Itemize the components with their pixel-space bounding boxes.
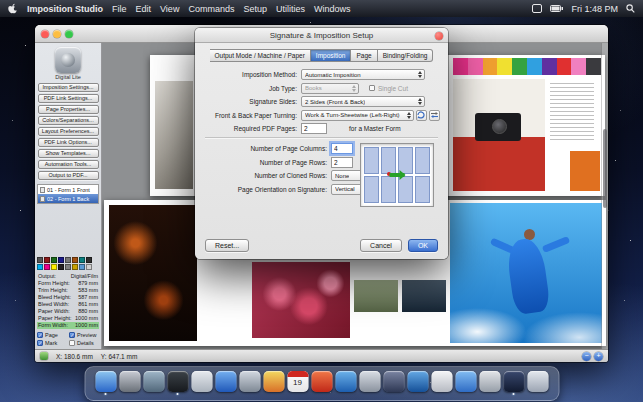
- view-toggle[interactable]: Page: [37, 332, 67, 338]
- color-swatch[interactable]: [44, 264, 50, 270]
- menu-app-name[interactable]: Imposition Studio: [27, 4, 103, 14]
- color-swatch[interactable]: [86, 264, 92, 270]
- dialog-titlebar[interactable]: Signature & Imposition Setup: [195, 28, 448, 43]
- color-swatch[interactable]: [79, 264, 85, 270]
- info-line: Output:Digital/Film: [37, 273, 99, 280]
- menu-item[interactable]: Windows: [314, 4, 351, 14]
- scrollbar-thumb[interactable]: [603, 129, 607, 209]
- page-columns-input[interactable]: [331, 143, 353, 154]
- info-line: Bleed Width:861 mm: [37, 301, 99, 308]
- dock-icon[interactable]: [503, 371, 524, 392]
- dialog-tab[interactable]: Output Mode / Machine / Paper: [210, 49, 311, 62]
- sidebar-button[interactable]: Output to PDF...: [38, 171, 99, 180]
- dock-icon[interactable]: [335, 371, 356, 392]
- menu-item[interactable]: Utilities: [276, 4, 305, 14]
- checkbox-icon[interactable]: [37, 340, 43, 346]
- job-type-label: Job Type:: [203, 85, 301, 92]
- minimize-window-button[interactable]: [53, 30, 61, 38]
- menu-clock[interactable]: Fri 1:48 PM: [571, 4, 618, 14]
- imposition-method-select[interactable]: Automatic Imposition: [301, 69, 425, 80]
- dock-icon[interactable]: [407, 371, 428, 392]
- sidebar: Digital Lite Imposition Settings...PDF L…: [35, 43, 102, 349]
- sidebar-button[interactable]: Colors/Separations...: [38, 116, 99, 125]
- page-rows-input[interactable]: [331, 157, 353, 168]
- color-swatch[interactable]: [51, 257, 57, 263]
- sidebar-button[interactable]: Imposition Settings...: [38, 83, 99, 92]
- dock-icon[interactable]: [383, 371, 404, 392]
- single-cut-checkbox[interactable]: [369, 85, 375, 91]
- checkbox-icon[interactable]: [37, 332, 43, 338]
- vertical-scrollbar[interactable]: [601, 43, 608, 349]
- dock-icon[interactable]: 19: [287, 371, 308, 392]
- dock-icon[interactable]: [527, 371, 548, 392]
- sidebar-button[interactable]: Page Properties...: [38, 105, 99, 114]
- dialog-tab[interactable]: Binding/Folding: [378, 49, 434, 62]
- dock-icon[interactable]: [167, 371, 188, 392]
- sidebar-button[interactable]: Layout Preferences...: [38, 127, 99, 136]
- spotlight-icon[interactable]: [626, 4, 635, 13]
- dock-icon[interactable]: [143, 371, 164, 392]
- checkbox-icon[interactable]: [69, 332, 75, 338]
- color-swatch[interactable]: [79, 257, 85, 263]
- color-swatch[interactable]: [72, 264, 78, 270]
- required-pdf-pages-input[interactable]: [301, 123, 327, 134]
- color-swatch[interactable]: [58, 257, 64, 263]
- menu-item[interactable]: Commands: [188, 4, 234, 14]
- menu-item[interactable]: View: [160, 4, 179, 14]
- color-swatch[interactable]: [65, 264, 71, 270]
- close-window-button[interactable]: [41, 30, 49, 38]
- view-toggle[interactable]: Details: [69, 340, 99, 346]
- turn-preview-button[interactable]: [416, 110, 427, 121]
- dock-icon[interactable]: [215, 371, 236, 392]
- dock-icon[interactable]: [359, 371, 380, 392]
- view-toggle[interactable]: Preview: [69, 332, 99, 338]
- menu-item[interactable]: Setup: [243, 4, 267, 14]
- dock-icon[interactable]: [479, 371, 500, 392]
- menu-item[interactable]: File: [112, 4, 127, 14]
- ok-button[interactable]: OK: [408, 239, 438, 252]
- checkbox-icon[interactable]: [69, 340, 75, 346]
- color-swatch[interactable]: [65, 257, 71, 263]
- dock-item: [335, 371, 356, 395]
- sidebar-button[interactable]: Show Templates...: [38, 149, 99, 158]
- dock-icon[interactable]: [455, 371, 476, 392]
- dialog-tab[interactable]: Imposition: [311, 49, 352, 62]
- dock-icon[interactable]: [95, 371, 116, 392]
- zoom-in-button[interactable]: +: [594, 352, 603, 361]
- color-swatch[interactable]: [51, 264, 57, 270]
- input-source-menu-icon[interactable]: [532, 4, 542, 13]
- sidebar-button[interactable]: PDF Link Settings...: [38, 94, 99, 103]
- view-toggle[interactable]: Mark: [37, 340, 67, 346]
- sidebar-button[interactable]: PDF Link Options...: [38, 138, 99, 147]
- dock-icon[interactable]: [119, 371, 140, 392]
- menu-item[interactable]: Edit: [136, 4, 152, 14]
- turn-direction-button[interactable]: [429, 110, 440, 121]
- color-swatch[interactable]: [44, 257, 50, 263]
- dock-icon[interactable]: [311, 371, 332, 392]
- color-swatch[interactable]: [58, 264, 64, 270]
- dock-icon[interactable]: [431, 371, 452, 392]
- dock-icon[interactable]: [191, 371, 212, 392]
- info-line: Form Width:1000 mm: [37, 322, 99, 329]
- dialog-close-button[interactable]: [435, 32, 443, 40]
- dialog-tab[interactable]: Page: [351, 49, 377, 62]
- job-type-select[interactable]: Books: [301, 83, 359, 94]
- color-swatch[interactable]: [37, 257, 43, 263]
- signature-sides-select[interactable]: 2 Sides (Front & Back): [301, 96, 425, 107]
- reset-button[interactable]: Reset...: [205, 239, 249, 252]
- form-list-item[interactable]: 01 - Form 1 Front: [38, 185, 98, 194]
- cancel-button[interactable]: Cancel: [360, 239, 402, 252]
- paper-turning-select[interactable]: Work & Turn-Sheetwise (Left-Right): [301, 110, 414, 121]
- dock-icon[interactable]: [239, 371, 260, 392]
- dock-icon[interactable]: [263, 371, 284, 392]
- color-swatch[interactable]: [72, 257, 78, 263]
- sidebar-button[interactable]: Automation Tools...: [38, 160, 99, 169]
- color-swatch[interactable]: [86, 257, 92, 263]
- app-edition-label: Digital Lite: [55, 74, 81, 80]
- apple-menu-icon[interactable]: [8, 3, 18, 14]
- color-swatch[interactable]: [37, 264, 43, 270]
- battery-menu-icon[interactable]: [550, 5, 563, 12]
- form-list-item[interactable]: 02 - Form 1 Back: [38, 194, 98, 203]
- zoom-window-button[interactable]: [65, 30, 73, 38]
- zoom-out-button[interactable]: −: [582, 352, 591, 361]
